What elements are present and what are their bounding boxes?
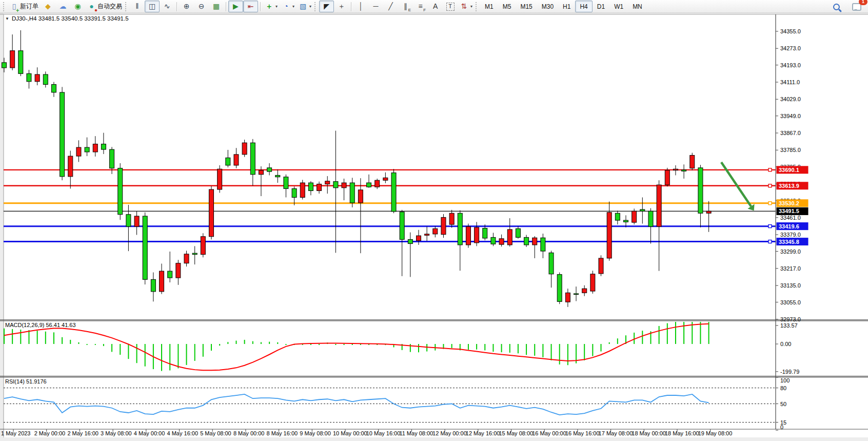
toolbar-separator: [176, 2, 177, 11]
tf-w1[interactable]: W1: [609, 1, 628, 12]
arrows-icon: ⇅: [460, 2, 468, 11]
crosshair-icon: ＋: [337, 2, 346, 11]
candlestick-down: [682, 170, 686, 171]
candlestick-down: [391, 173, 396, 212]
price-tick-label: 34111.0: [780, 79, 800, 85]
tf-m30[interactable]: M30: [537, 1, 558, 12]
auto-scroll-button[interactable]: ▶: [228, 1, 243, 12]
candlestick-up: [176, 263, 181, 278]
templates-button[interactable]: ▧▾: [297, 1, 313, 12]
indicators-button[interactable]: ＋▾: [263, 1, 280, 12]
time-tick-label: 16 May 00:00: [532, 430, 566, 436]
search-button[interactable]: [829, 1, 844, 13]
line-chart-button[interactable]: ∿: [160, 1, 174, 12]
tf-h4[interactable]: H4: [575, 1, 592, 12]
candlestick-down: [491, 237, 496, 244]
candlestick-down: [168, 271, 172, 278]
cursor-button[interactable]: ◤: [319, 1, 334, 12]
tf-mn[interactable]: MN: [628, 1, 647, 12]
signals-button[interactable]: ◉: [70, 1, 85, 12]
autotrade-icon: ●●: [87, 2, 96, 11]
dropdown-caret-icon[interactable]: ▾: [275, 4, 278, 9]
rsi-scale-label: 100: [780, 377, 790, 384]
macd-signal-line: [4, 324, 709, 371]
candlestick-up: [607, 213, 611, 258]
zoom-in-button[interactable]: ⊕: [179, 1, 194, 12]
level-line-handle[interactable]: [768, 202, 772, 205]
macd-scale-label: -199.79: [780, 369, 799, 375]
trendline-button[interactable]: ╱: [383, 1, 398, 12]
tf-h1[interactable]: H1: [558, 1, 575, 12]
vertical-line-button[interactable]: │: [353, 1, 368, 12]
candlestick-up: [68, 156, 73, 177]
candles-icon: ◫: [148, 2, 156, 11]
time-tick-label: 15 May 08:00: [499, 430, 534, 436]
level-line-handle[interactable]: [768, 184, 772, 187]
candlestick-up: [499, 239, 504, 244]
cursor-icon: ◤: [322, 2, 331, 11]
periods-button[interactable]: ◔▾: [280, 1, 297, 12]
hline-icon: ─: [371, 2, 380, 11]
arrows-button[interactable]: ⇅▾: [458, 1, 475, 12]
candlestick-down: [541, 238, 545, 251]
new-order-button[interactable]: ▯＋新订单: [8, 1, 41, 12]
candlestick-up: [665, 170, 669, 185]
candlestick-up: [35, 74, 40, 82]
level-line-handle[interactable]: [768, 168, 772, 171]
candlestick-down: [284, 177, 288, 189]
candlestick-up: [632, 211, 637, 222]
tf-m5-label: M5: [500, 3, 514, 10]
candlestick-down: [27, 73, 31, 81]
chart-expander-icon[interactable]: ▼: [5, 16, 9, 21]
candlestick-up: [242, 143, 247, 155]
candlestick-button[interactable]: ◫: [145, 1, 160, 12]
linechart-icon: ∿: [163, 2, 171, 11]
channel-button[interactable]: ∥E: [398, 1, 413, 12]
candlestick-down: [350, 183, 354, 203]
crosshair-button[interactable]: ＋: [334, 1, 349, 12]
auto-scroll-icon: ▶: [231, 2, 240, 11]
tf-w1-label: W1: [611, 3, 626, 10]
candlestick-up: [425, 234, 429, 235]
candlestick-up: [209, 189, 214, 237]
dropdown-caret-icon[interactable]: ▾: [292, 4, 294, 9]
tf-m15[interactable]: M15: [516, 1, 537, 12]
autotrading-button[interactable]: ●●自动交易: [85, 1, 124, 12]
candlestick-up: [690, 155, 695, 168]
price-tick-label: 33379.0: [780, 232, 801, 238]
time-tick-label: 17 May 08:00: [599, 430, 633, 436]
zoom-out-button[interactable]: ⊖: [194, 1, 209, 12]
horizontal-line-button[interactable]: ─: [368, 1, 383, 12]
trend-arrow-annotation[interactable]: [721, 162, 751, 206]
tf-m1[interactable]: M1: [480, 1, 498, 12]
notifications-button[interactable]: 1: [849, 1, 864, 13]
price-chart: 34355.034273.034193.034111.034029.033949…: [0, 0, 868, 441]
candlestick-down: [151, 279, 155, 292]
toolbar-grip: [476, 2, 478, 11]
chart-shift-button[interactable]: ⇤: [243, 1, 258, 12]
level-line-handle[interactable]: [768, 225, 772, 228]
candlestick-down: [557, 275, 562, 302]
label-button[interactable]: T: [443, 1, 458, 12]
depth-button[interactable]: ◆: [41, 1, 55, 12]
candlestick-down: [516, 228, 520, 237]
fibonacci-button[interactable]: ≡F: [413, 1, 428, 12]
candlestick-up: [657, 185, 661, 226]
tile-windows-button[interactable]: ▦: [209, 1, 224, 12]
vline-icon: │: [357, 2, 365, 11]
time-tick-label: 18 May 00:00: [632, 430, 666, 436]
level-line-handle[interactable]: [768, 240, 772, 243]
candlestick-up: [160, 271, 164, 292]
candlestick-up: [342, 183, 346, 188]
market-watch-button[interactable]: ☁: [55, 1, 70, 12]
text-button[interactable]: A: [428, 1, 443, 12]
dropdown-caret-icon[interactable]: ▾: [309, 4, 311, 9]
bar-chart-button[interactable]: ‖: [130, 1, 145, 12]
tf-d1[interactable]: D1: [593, 1, 609, 12]
indicator-plus-icon: ＋: [265, 2, 273, 11]
tf-h1-label: H1: [560, 3, 573, 10]
dropdown-caret-icon[interactable]: ▾: [470, 4, 472, 9]
tf-m5[interactable]: M5: [498, 1, 516, 12]
candlestick-down: [574, 294, 579, 295]
time-tick-label: 8 May 16:00: [267, 430, 298, 436]
